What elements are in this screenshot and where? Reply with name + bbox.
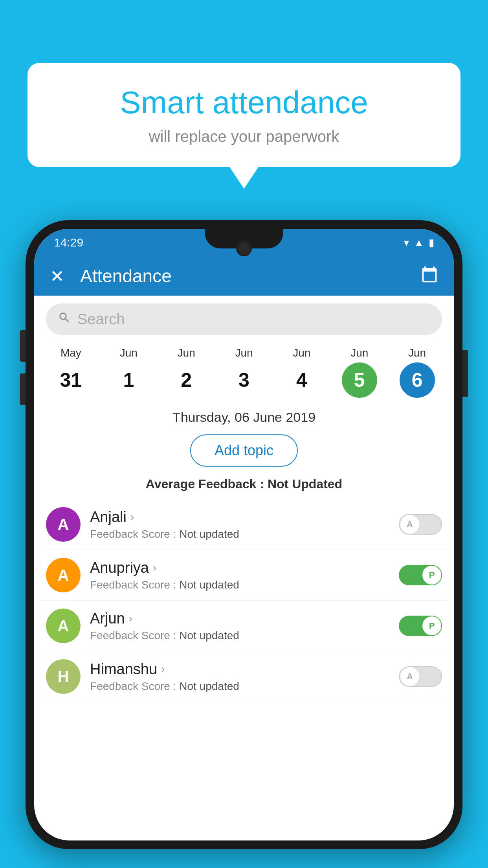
student-list: AAnjali ›Feedback Score : Not updatedAAA… (34, 499, 454, 702)
calendar-row: May31Jun1Jun2Jun3Jun4Jun5Jun6 (34, 343, 454, 402)
avg-feedback: Average Feedback : Not Updated (34, 471, 454, 499)
search-icon (58, 311, 71, 328)
volume-down-button (20, 373, 26, 405)
student-feedback: Feedback Score : Not updated (90, 528, 389, 541)
student-avatar: A (46, 609, 81, 643)
phone-frame: 14:29 ▾ ▲ ▮ ✕ Attendance (26, 220, 462, 849)
student-avatar: H (46, 659, 81, 694)
selected-date: Thursday, 06 June 2019 (34, 402, 454, 430)
month-label: Jun (178, 347, 195, 359)
student-info: Anjali ›Feedback Score : Not updated (90, 509, 389, 541)
student-info: Anupriya ›Feedback Score : Not updated (90, 559, 389, 591)
date-col[interactable]: May31 (42, 347, 100, 398)
student-item[interactable]: AArjun ›Feedback Score : Not updatedP (42, 601, 446, 651)
attendance-toggle[interactable]: P (399, 616, 442, 636)
toggle-thumb: A (400, 515, 419, 534)
student-item[interactable]: AAnjali ›Feedback Score : Not updatedA (42, 499, 446, 550)
month-label: Jun (293, 347, 310, 359)
search-bar[interactable]: Search (46, 303, 442, 335)
volume-up-button (20, 330, 26, 362)
date-col[interactable]: Jun5 (330, 347, 388, 398)
speech-bubble: Smart attendance will replace your paper… (28, 63, 460, 167)
power-button (462, 350, 468, 397)
app-bar-title: Attendance (80, 265, 409, 287)
battery-icon: ▮ (429, 237, 434, 249)
student-name: Anupriya › (90, 559, 389, 576)
toggle-thumb: P (422, 616, 441, 635)
signal-icon: ▲ (414, 237, 424, 249)
student-feedback: Feedback Score : Not updated (90, 579, 389, 591)
student-avatar: A (46, 558, 81, 592)
month-label: Jun (350, 347, 368, 359)
chevron-right-icon: › (153, 561, 156, 574)
avg-feedback-value: Not Updated (268, 477, 342, 491)
bubble-title: Smart attendance (51, 85, 437, 121)
wifi-icon: ▾ (404, 237, 409, 249)
date-col[interactable]: Jun3 (215, 347, 273, 398)
chevron-right-icon: › (161, 663, 165, 675)
avg-feedback-label: Average Feedback : (146, 477, 264, 491)
student-item[interactable]: AAnupriya ›Feedback Score : Not updatedP (42, 550, 446, 601)
student-feedback: Feedback Score : Not updated (90, 629, 389, 642)
student-feedback: Feedback Score : Not updated (90, 680, 389, 693)
month-label: May (61, 347, 81, 359)
date-number[interactable]: 1 (111, 362, 146, 398)
toggle-thumb: A (400, 667, 419, 686)
status-time: 14:29 (54, 236, 83, 249)
attendance-toggle[interactable]: A (399, 666, 442, 687)
add-topic-button[interactable]: Add topic (190, 434, 298, 467)
date-col[interactable]: Jun2 (158, 347, 215, 398)
student-info: Arjun ›Feedback Score : Not updated (90, 610, 389, 642)
student-avatar: A (46, 507, 81, 542)
close-button[interactable]: ✕ (50, 266, 64, 286)
attendance-toggle[interactable]: A (399, 514, 442, 535)
month-label: Jun (408, 347, 426, 359)
search-placeholder: Search (77, 311, 125, 328)
date-number[interactable]: 31 (53, 362, 88, 398)
chevron-right-icon: › (130, 511, 134, 523)
chevron-right-icon: › (129, 612, 132, 625)
feedback-value: Not updated (179, 579, 239, 591)
student-name: Himanshu › (90, 661, 389, 678)
feedback-value: Not updated (179, 629, 239, 642)
front-camera (236, 241, 252, 256)
student-info: Himanshu ›Feedback Score : Not updated (90, 661, 389, 693)
toggle-thumb: P (422, 566, 441, 585)
phone-screen: 14:29 ▾ ▲ ▮ ✕ Attendance (34, 229, 454, 840)
date-number[interactable]: 3 (226, 362, 262, 398)
month-label: Jun (235, 347, 253, 359)
attendance-toggle[interactable]: P (399, 565, 442, 585)
app-bar: ✕ Attendance (34, 256, 454, 296)
feedback-value: Not updated (179, 528, 239, 540)
feedback-value: Not updated (179, 680, 239, 692)
date-number[interactable]: 2 (169, 362, 204, 398)
date-number[interactable]: 6 (400, 362, 435, 398)
student-name: Arjun › (90, 610, 389, 627)
status-icons: ▾ ▲ ▮ (404, 237, 434, 249)
bubble-subtitle: will replace your paperwork (51, 128, 437, 145)
date-col[interactable]: Jun1 (100, 347, 158, 398)
phone-notch (205, 229, 283, 248)
calendar-icon[interactable] (421, 266, 438, 287)
date-number[interactable]: 5 (342, 362, 377, 398)
date-col[interactable]: Jun6 (388, 347, 446, 398)
student-name: Anjali › (90, 509, 389, 526)
month-label: Jun (120, 347, 138, 359)
date-col[interactable]: Jun4 (273, 347, 330, 398)
date-number[interactable]: 4 (284, 362, 319, 398)
student-item[interactable]: HHimanshu ›Feedback Score : Not updatedA (42, 651, 446, 702)
phone-container: 14:29 ▾ ▲ ▮ ✕ Attendance (26, 220, 462, 868)
